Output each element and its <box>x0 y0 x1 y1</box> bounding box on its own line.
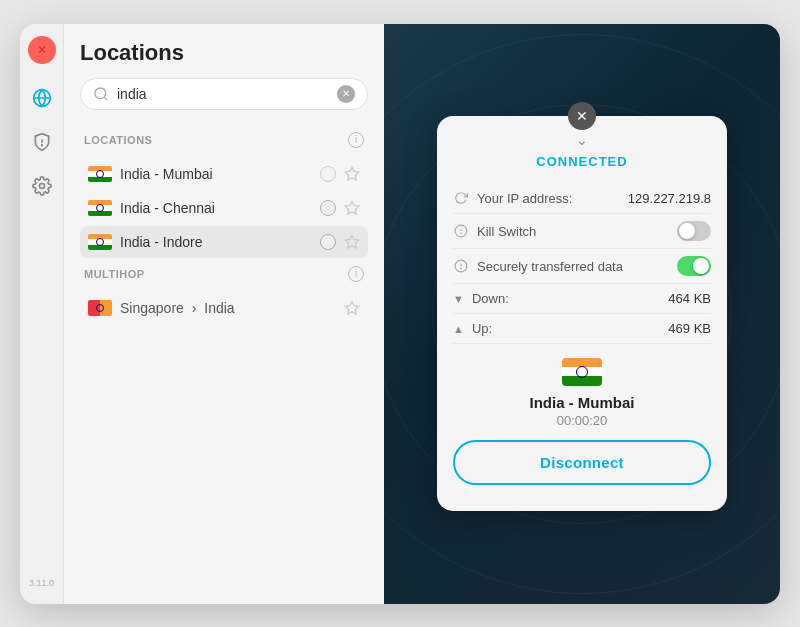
vpn-card: ✕ ⌄ CONNECTED Your IP address: 129.227.2… <box>437 116 727 511</box>
ip-row: Your IP address: 129.227.219.8 <box>453 183 711 214</box>
radio-indore[interactable] <box>320 234 336 250</box>
connected-label: CONNECTED <box>453 154 711 169</box>
svg-point-4 <box>39 183 44 188</box>
sidebar-item-shield[interactable] <box>24 124 60 160</box>
up-row: ▲ Up: 469 KB <box>453 314 711 344</box>
radio-chennai[interactable] <box>320 200 336 216</box>
refresh-icon <box>453 190 469 206</box>
svg-marker-10 <box>345 301 358 314</box>
kill-switch-row: Kill Switch <box>453 214 711 249</box>
multihop-item-sg-india[interactable]: Singapore › India <box>80 292 368 324</box>
multihop-flag <box>88 300 112 316</box>
radio-mumbai[interactable] <box>320 166 336 182</box>
app-window: ✕ 3.11.0 Locations <box>20 24 780 604</box>
kill-switch-toggle[interactable] <box>677 221 711 241</box>
location-name-indore: India - Indore <box>120 234 312 250</box>
svg-line-6 <box>104 97 107 100</box>
vpn-connected-flag <box>562 358 602 386</box>
location-item-mumbai[interactable]: India - Mumbai <box>80 158 368 190</box>
secure-data-knob <box>693 258 709 274</box>
close-button[interactable]: ✕ <box>28 36 56 64</box>
india-flag <box>88 166 112 182</box>
search-bar: ✕ <box>80 78 368 110</box>
search-clear-button[interactable]: ✕ <box>337 85 355 103</box>
svg-point-3 <box>41 144 42 145</box>
multihop-info-icon[interactable]: i <box>348 266 364 282</box>
sidebar-item-locations[interactable] <box>24 80 60 116</box>
star-icon-multihop[interactable] <box>344 300 360 316</box>
multihop-name: Singapore › India <box>120 300 336 316</box>
locations-panel: Locations ✕ LOCATIONS i India - Mumbai I… <box>64 24 384 604</box>
down-value: 464 KB <box>668 291 711 306</box>
app-version: 3.11.0 <box>29 578 54 592</box>
secure-data-icon <box>453 258 469 274</box>
up-arrow-icon: ▲ <box>453 323 464 335</box>
ip-value: 129.227.219.8 <box>628 191 711 206</box>
search-input[interactable] <box>117 86 329 102</box>
locations-info-icon[interactable]: i <box>348 132 364 148</box>
location-name-mumbai: India - Mumbai <box>120 166 312 182</box>
kill-switch-knob <box>679 223 695 239</box>
vpn-card-close-button[interactable]: ✕ <box>568 102 596 130</box>
svg-point-5 <box>95 88 106 99</box>
svg-marker-8 <box>345 201 358 214</box>
multihop-arrow: › <box>192 300 197 316</box>
up-value: 469 KB <box>668 321 711 336</box>
india-flag-chennai <box>88 200 112 216</box>
disconnect-button[interactable]: Disconnect <box>453 440 711 485</box>
down-arrow-icon: ▼ <box>453 293 464 305</box>
location-item-indore[interactable]: India - Indore <box>80 226 368 258</box>
multihop-section-header: MULTIHOP i <box>80 260 368 288</box>
kill-switch-label: Kill Switch <box>477 224 669 239</box>
vpn-timer: 00:00:20 <box>557 413 608 428</box>
secure-data-row: Securely transferred data <box>453 249 711 284</box>
location-name-chennai: India - Chennai <box>120 200 312 216</box>
vpn-card-chevron: ⌄ <box>453 132 711 148</box>
locations-section-header: LOCATIONS i <box>80 126 368 154</box>
svg-marker-9 <box>345 235 358 248</box>
locations-section-label: LOCATIONS <box>84 134 152 146</box>
vpn-location-name: India - Mumbai <box>530 394 635 411</box>
star-icon-mumbai[interactable] <box>344 166 360 182</box>
sidebar-item-settings[interactable] <box>24 168 60 204</box>
india-flag-indore <box>88 234 112 250</box>
down-label: Down: <box>472 291 660 306</box>
star-icon-indore[interactable] <box>344 234 360 250</box>
vpn-panel: ✕ ⌄ CONNECTED Your IP address: 129.227.2… <box>384 24 780 604</box>
vpn-location-section: India - Mumbai 00:00:20 Disconnect <box>453 344 711 495</box>
sidebar: ✕ 3.11.0 <box>20 24 64 604</box>
down-row: ▼ Down: 464 KB <box>453 284 711 314</box>
up-label: Up: <box>472 321 660 336</box>
secure-data-label: Securely transferred data <box>477 259 669 274</box>
star-icon-chennai[interactable] <box>344 200 360 216</box>
kill-switch-icon <box>453 223 469 239</box>
multihop-section-label: MULTIHOP <box>84 268 145 280</box>
search-icon <box>93 86 109 102</box>
location-item-chennai[interactable]: India - Chennai <box>80 192 368 224</box>
locations-title: Locations <box>80 40 368 66</box>
ip-label: Your IP address: <box>477 191 620 206</box>
secure-data-toggle[interactable] <box>677 256 711 276</box>
svg-marker-7 <box>345 167 358 180</box>
